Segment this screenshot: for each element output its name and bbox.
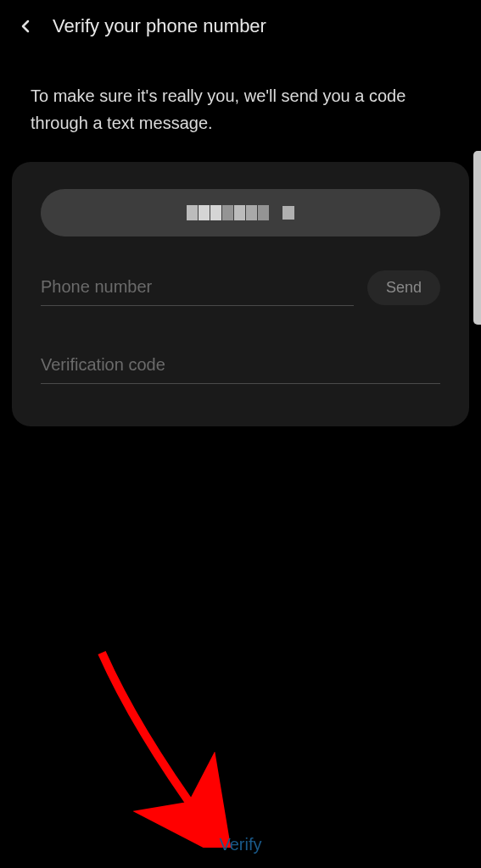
masked-pixel-single [282,206,294,220]
back-icon[interactable] [15,16,36,36]
verification-card: Send [12,162,469,426]
page-title: Verify your phone number [53,15,266,37]
scrollbar-thumb[interactable] [473,151,481,325]
phone-number-input[interactable] [41,269,354,306]
phone-input-row: Send [41,269,440,306]
annotation-arrow [85,644,254,851]
masked-value-display [41,189,440,236]
verify-button[interactable]: Verify [219,835,261,854]
send-button[interactable]: Send [367,270,440,305]
verification-code-input[interactable] [41,347,440,384]
description-text: To make sure it's really you, we'll send… [0,53,481,162]
header: Verify your phone number [0,0,481,53]
masked-pixels [187,205,269,220]
